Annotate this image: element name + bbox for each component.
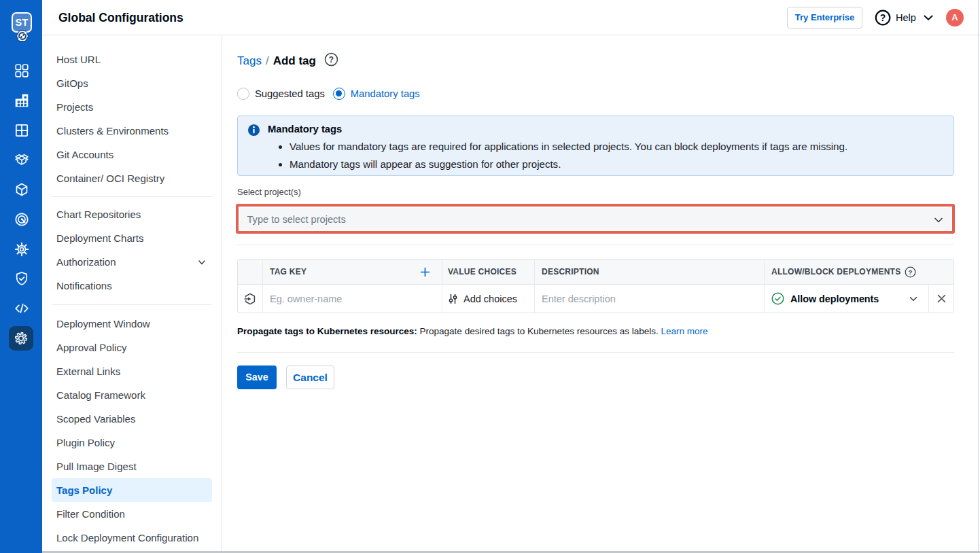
svg-text:?: ?: [909, 268, 913, 276]
svg-text:?: ?: [880, 12, 886, 23]
svg-text:?: ?: [329, 55, 334, 65]
